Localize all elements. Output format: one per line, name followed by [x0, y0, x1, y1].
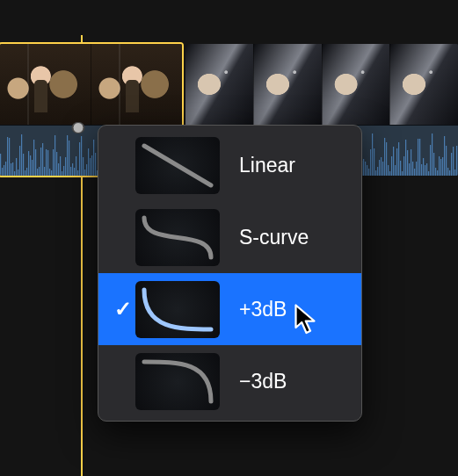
svg-rect-36 [63, 166, 64, 176]
fade-option-minus3[interactable]: ✓−3dB [98, 345, 361, 417]
svg-rect-10 [18, 169, 18, 176]
svg-rect-49 [86, 164, 87, 176]
svg-rect-2 [4, 165, 4, 176]
svg-rect-8 [14, 171, 15, 176]
svg-rect-255 [453, 147, 454, 176]
svg-rect-219 [389, 171, 390, 176]
svg-rect-225 [400, 161, 401, 176]
svg-rect-32 [56, 152, 57, 176]
svg-rect-28 [49, 169, 50, 176]
thumbnail-strip [185, 44, 458, 125]
svg-rect-250 [444, 136, 445, 176]
svg-rect-44 [77, 170, 78, 176]
svg-rect-23 [40, 148, 41, 176]
svg-rect-207 [368, 169, 369, 176]
svg-rect-39 [69, 141, 69, 176]
svg-rect-227 [403, 156, 404, 176]
svg-rect-251 [446, 146, 447, 176]
svg-rect-40 [70, 167, 71, 176]
svg-rect-41 [72, 163, 73, 176]
svg-rect-46 [81, 136, 82, 176]
svg-rect-230 [409, 163, 410, 176]
svg-rect-48 [84, 169, 85, 176]
svg-rect-238 [423, 158, 424, 176]
svg-rect-212 [377, 167, 378, 176]
svg-rect-224 [398, 142, 399, 176]
svg-rect-241 [428, 171, 429, 176]
svg-rect-25 [44, 167, 45, 176]
svg-rect-220 [391, 156, 392, 176]
svg-rect-249 [442, 157, 443, 176]
svg-rect-34 [60, 156, 61, 176]
svg-rect-256 [454, 169, 455, 176]
fade-option-plus3[interactable]: ✓+3dB [98, 273, 361, 345]
svg-rect-6 [11, 163, 11, 176]
fade-option-label: −3dB [239, 370, 287, 393]
svg-rect-20 [35, 149, 36, 176]
fade-option-label: Linear [239, 154, 295, 177]
thumbnail-strip [0, 44, 182, 125]
svg-rect-24 [42, 143, 43, 176]
svg-rect-231 [411, 149, 411, 176]
svg-rect-244 [433, 153, 434, 176]
svg-rect-228 [405, 140, 406, 176]
svg-rect-0 [0, 154, 1, 176]
svg-rect-16 [28, 151, 29, 176]
svg-rect-1 [2, 168, 3, 176]
svg-rect-217 [386, 142, 387, 176]
svg-rect-213 [379, 160, 380, 176]
svg-rect-17 [30, 155, 31, 176]
clip-thumbnail [323, 44, 391, 125]
svg-rect-208 [370, 149, 371, 176]
fade-option-label: S-curve [239, 226, 309, 249]
fade-option-scurve[interactable]: ✓S-curve [98, 201, 361, 273]
fade-handle[interactable] [73, 122, 84, 133]
svg-rect-52 [91, 155, 92, 176]
svg-rect-31 [55, 135, 55, 176]
svg-rect-205 [365, 162, 366, 176]
svg-rect-14 [25, 170, 25, 176]
fade-curve-icon-plus3 [135, 281, 220, 338]
svg-rect-209 [372, 133, 373, 176]
svg-rect-245 [435, 168, 436, 176]
svg-rect-257 [456, 146, 457, 176]
svg-rect-18 [32, 160, 33, 176]
svg-rect-242 [430, 145, 431, 176]
svg-rect-4 [7, 137, 8, 176]
svg-rect-22 [39, 167, 40, 176]
svg-rect-33 [58, 163, 59, 176]
svg-rect-234 [416, 162, 417, 176]
svg-rect-3 [5, 162, 6, 176]
svg-rect-235 [418, 139, 418, 176]
svg-rect-9 [16, 158, 17, 176]
svg-rect-11 [19, 146, 20, 176]
svg-rect-45 [79, 142, 80, 176]
clip-thumbnail [185, 44, 254, 125]
svg-rect-218 [388, 165, 389, 176]
svg-rect-223 [396, 148, 397, 176]
svg-rect-43 [76, 156, 76, 176]
fade-curve-icon-scurve [135, 209, 220, 266]
svg-rect-210 [374, 148, 374, 176]
svg-rect-226 [402, 171, 403, 176]
svg-rect-50 [88, 148, 89, 176]
svg-rect-232 [412, 162, 413, 176]
clip-thumbnail [390, 44, 458, 125]
svg-rect-211 [375, 170, 376, 176]
svg-rect-51 [90, 158, 91, 176]
fade-option-linear[interactable]: ✓Linear [98, 129, 361, 201]
svg-rect-13 [23, 154, 24, 176]
svg-rect-243 [432, 133, 433, 176]
svg-rect-35 [62, 171, 62, 176]
svg-rect-206 [367, 165, 367, 176]
svg-rect-12 [21, 134, 22, 176]
svg-rect-54 [95, 153, 96, 176]
svg-rect-214 [381, 157, 382, 176]
svg-rect-247 [439, 156, 440, 176]
svg-rect-37 [65, 157, 66, 176]
clip-thumbnail [0, 44, 91, 125]
clip-thumbnail [254, 44, 323, 125]
checkmark-icon: ✓ [113, 297, 134, 321]
svg-rect-233 [414, 169, 415, 176]
svg-rect-229 [407, 150, 408, 176]
